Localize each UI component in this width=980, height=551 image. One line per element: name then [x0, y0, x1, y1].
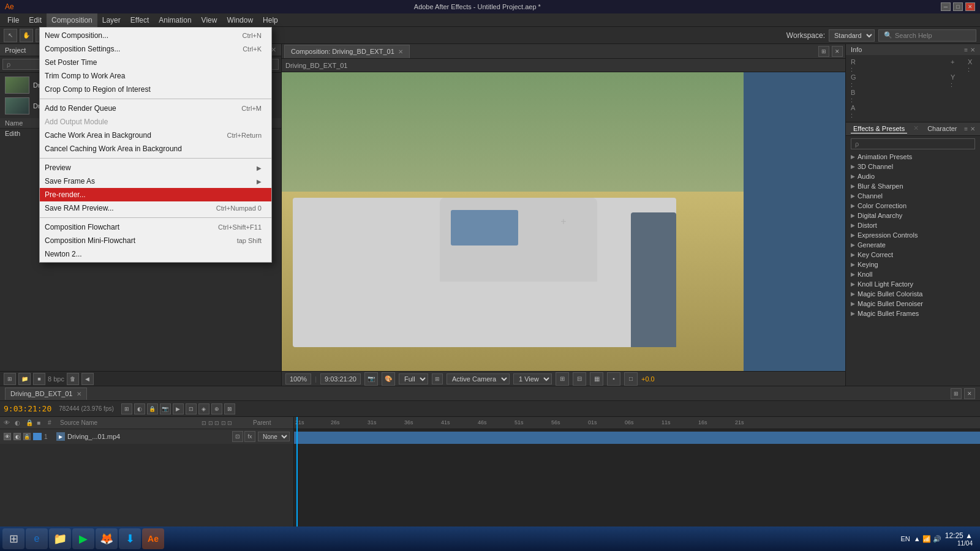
effect-knoll-light-factory[interactable]: ▶ Knoll Light Factory [848, 279, 978, 289]
timeline-comp-tab[interactable]: Driving_BD_EXT_01 ✕ [5, 388, 87, 400]
menu-save-frame-as[interactable]: Save Frame As ▶ [40, 174, 271, 188]
effect-expression-controls[interactable]: ▶ Expression Controls [848, 230, 978, 240]
tl-graph-btn[interactable]: ◈ [198, 403, 209, 414]
taskbar-start-btn[interactable]: ⊞ [2, 528, 24, 549]
workspace-select[interactable]: Standard [829, 29, 875, 42]
menu-animation[interactable]: Animation [154, 13, 196, 27]
maximize-button[interactable]: □ [953, 2, 963, 11]
menu-newton2[interactable]: Newton 2... [40, 247, 271, 261]
menu-add-render-queue[interactable]: Add to Render Queue Ctrl+M [40, 102, 271, 115]
menu-file[interactable]: File [2, 13, 24, 27]
menu-cache-work-area[interactable]: Cache Work Area in Background Ctrl+Retur… [40, 129, 271, 142]
layer-eye-toggle[interactable]: 👁 [4, 433, 11, 440]
tl-trim-btn[interactable]: ⊠ [224, 403, 235, 414]
menu-layer[interactable]: Layer [97, 13, 126, 27]
transparency-btn[interactable]: ▪ [607, 372, 620, 386]
camera-select[interactable]: Active Camera [447, 373, 510, 384]
viewer-expand-btn[interactable]: ⊞ [818, 46, 829, 57]
taskbar-download-btn[interactable]: ⬇ [119, 528, 141, 549]
tl-frame-blend-btn[interactable]: ⊡ [186, 403, 197, 414]
effect-keying[interactable]: ▶ Keying [848, 260, 978, 269]
effect-color-correction[interactable]: ▶ Color Correction [848, 201, 978, 211]
effects-panel-menu-btn[interactable]: ≡ [964, 126, 968, 132]
menu-window[interactable]: Window [222, 13, 258, 27]
menu-new-composition[interactable]: New Composition... Ctrl+N [40, 29, 271, 42]
close-button[interactable]: ✕ [965, 2, 975, 11]
tl-camera-btn[interactable]: 📷 [160, 403, 171, 414]
effect-blur-sharpen[interactable]: ▶ Blur & Sharpen [848, 181, 978, 191]
trash-btn[interactable]: 🗑 [67, 373, 79, 385]
tl-lock-btn[interactable]: 🔒 [147, 403, 158, 414]
zoom-display[interactable]: 100% [285, 373, 311, 384]
tl-solo-btn[interactable]: ◐ [134, 403, 145, 414]
toolbar-hand-btn[interactable]: ✋ [20, 29, 33, 42]
menu-comp-flowchart[interactable]: Composition Flowchart Ctrl+Shift+F11 [40, 220, 271, 234]
menu-comp-mini-flowchart[interactable]: Composition Mini-Flowchart tap Shift [40, 234, 271, 247]
effect-magic-bullet-frames[interactable]: ▶ Magic Bullet Frames [848, 309, 978, 318]
menu-crop-comp[interactable]: Crop Comp to Region of Interest [40, 83, 271, 96]
effect-animation-presets[interactable]: ▶ Animation Presets [848, 152, 978, 162]
menu-view[interactable]: View [197, 13, 222, 27]
playhead[interactable] [296, 417, 298, 533]
effect-magic-bullet-colorista[interactable]: ▶ Magic Bullet Colorista [848, 289, 978, 299]
tl-render-btn[interactable]: ⊕ [211, 403, 222, 414]
new-item-btn[interactable]: ⊞ [4, 373, 16, 385]
effects-tab-effects[interactable]: Effects & Presets [851, 124, 907, 133]
search-help-box[interactable]: 🔍 Search Help [878, 29, 976, 42]
menu-composition-settings[interactable]: Composition Settings... Ctrl+K [40, 42, 271, 56]
views-select[interactable]: 1 View [513, 373, 552, 384]
taskbar-media-btn[interactable]: ▶ [72, 528, 94, 549]
viewer-close-panel-btn[interactable]: ✕ [832, 46, 843, 57]
layer-switch-2[interactable]: fx [244, 431, 255, 442]
effects-panel-close-btn[interactable]: ✕ [970, 126, 975, 132]
effect-key-correct[interactable]: ▶ Key Correct [848, 250, 978, 260]
tl-motion-blur-btn[interactable]: ▶ [173, 403, 184, 414]
menu-cancel-cache[interactable]: Cancel Caching Work Area in Background [40, 142, 271, 156]
effects-search-input[interactable] [851, 138, 975, 149]
toolbar-select-btn[interactable]: ↖ [4, 29, 17, 42]
layer-mode-select[interactable]: None [258, 432, 290, 441]
menu-pre-render[interactable]: Pre-render... [40, 188, 271, 201]
effect-digital-anarchy[interactable]: ▶ Digital Anarchy [848, 211, 978, 220]
info-panel-menu-btn[interactable]: ≡ [964, 47, 968, 53]
menu-composition[interactable]: Composition [47, 13, 97, 27]
layer-row[interactable]: 👁 ◐ 🔒 1 ▶ Driving_...01.mp4 ⊡ fx None [0, 429, 293, 444]
tl-add-marker-btn[interactable]: ⊞ [121, 403, 132, 414]
taskbar-ie-btn[interactable]: e [26, 528, 48, 549]
comp-btn[interactable]: ■ [33, 373, 45, 385]
layer-lock-toggle[interactable]: 🔒 [23, 433, 31, 440]
effect-3d-channel[interactable]: ▶ 3D Channel [848, 162, 978, 171]
effect-channel[interactable]: ▶ Channel [848, 191, 978, 201]
3d-btn[interactable]: □ [624, 372, 638, 386]
timeline-expand-btn[interactable]: ⊞ [951, 388, 962, 399]
minimize-button[interactable]: ─ [941, 2, 951, 11]
folder-btn[interactable]: 📁 [18, 373, 31, 385]
viewer-tab-comp[interactable]: Composition: Driving_BD_EXT_01 ✕ [284, 45, 410, 58]
frame-info-btn[interactable]: 9:03:21:20 [320, 373, 361, 384]
taskbar-firefox-btn[interactable]: 🦊 [96, 528, 118, 549]
info-panel-close-btn[interactable]: ✕ [970, 47, 975, 53]
effects-tab-character[interactable]: Character [925, 124, 959, 133]
menu-help[interactable]: Help [258, 13, 283, 27]
snapshot-btn[interactable]: 📷 [364, 372, 378, 386]
menu-trim-comp[interactable]: Trim Comp to Work Area [40, 69, 271, 83]
layer-solo-toggle[interactable]: ◐ [13, 433, 21, 440]
viewer-tab-close[interactable]: ✕ [398, 48, 403, 55]
taskbar-explorer-btn[interactable]: 📁 [49, 528, 71, 549]
effect-distort[interactable]: ▶ Distort [848, 220, 978, 230]
transparent-btn[interactable]: ⊞ [432, 373, 443, 384]
menu-save-ram-preview[interactable]: Save RAM Preview... Ctrl+Numpad 0 [40, 201, 271, 215]
timeline-close-btn[interactable]: ✕ [964, 388, 975, 399]
effect-magic-bullet-denoiser[interactable]: ▶ Magic Bullet Denoiser [848, 299, 978, 309]
layer-switch-1[interactable]: ⊡ [232, 431, 243, 442]
menu-set-poster-time[interactable]: Set Poster Time [40, 56, 271, 69]
color-btn[interactable]: 🎨 [382, 372, 395, 386]
effect-audio[interactable]: ▶ Audio [848, 171, 978, 181]
menu-edit[interactable]: Edit [24, 13, 47, 27]
effect-generate[interactable]: ▶ Generate [848, 240, 978, 250]
menu-effect[interactable]: Effect [126, 13, 154, 27]
menu-preview[interactable]: Preview ▶ [40, 161, 271, 174]
guides-btn[interactable]: ⊟ [573, 372, 586, 386]
effect-knoll[interactable]: ▶ Knoll [848, 269, 978, 279]
quality-select[interactable]: Full [399, 373, 428, 384]
